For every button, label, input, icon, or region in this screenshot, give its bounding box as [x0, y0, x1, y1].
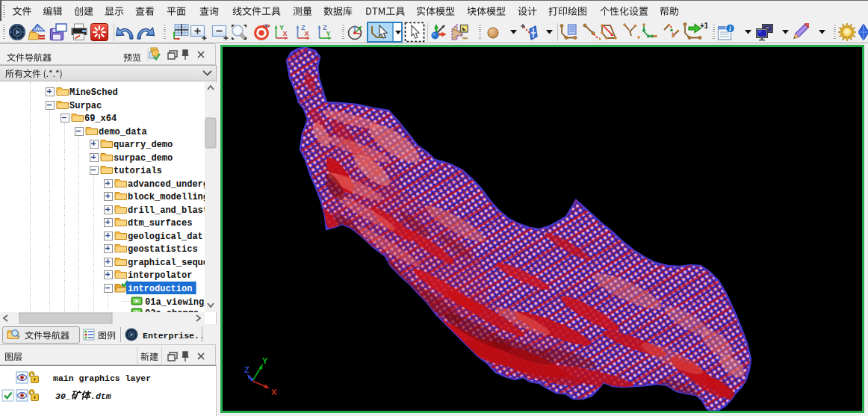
svg-text:Y: Y: [262, 356, 268, 365]
svg-text:main graphics layer: main graphics layer: [53, 373, 151, 383]
svg-text:30_: 30_: [55, 391, 71, 401]
svg-text:Surpac: Surpac: [69, 101, 102, 111]
svg-text:01a_viewing_: 01a_viewing_: [145, 297, 205, 308]
svg-text:Y: Y: [326, 30, 331, 37]
svg-text:69_x64: 69_x64: [84, 114, 117, 124]
svg-text:demo_data: demo_data: [99, 127, 147, 137]
svg-text:introduction: introduction: [128, 284, 192, 294]
svg-text:drill_and_blast: drill_and_blast: [128, 205, 205, 216]
svg-text:tutorials: tutorials: [114, 166, 162, 176]
svg-text:X: X: [283, 30, 288, 37]
svg-text:surpac_demo: surpac_demo: [114, 153, 173, 164]
svg-text:MineSched: MineSched: [69, 87, 118, 98]
svg-text:advanced_underg: advanced_underg: [128, 179, 205, 190]
svg-text:i: i: [729, 25, 731, 33]
svg-text:geological_dat: geological_dat: [128, 232, 203, 242]
svg-text:+1: +1: [700, 22, 707, 30]
svg-text:Z: Z: [244, 365, 249, 374]
svg-text:X: X: [305, 30, 309, 37]
svg-text:dtm_surfaces: dtm_surfaces: [128, 218, 192, 229]
svg-text:Enterprise..: Enterprise..: [143, 331, 205, 341]
svg-text:graphical_seque: graphical_seque: [128, 258, 205, 268]
svg-text:quarry_demo: quarry_demo: [114, 140, 173, 150]
svg-text:geostatistics: geostatistics: [128, 244, 198, 255]
svg-text:block_modelling: block_modelling: [128, 192, 205, 202]
svg-text:X: X: [271, 388, 277, 397]
svg-text:.dtm: .dtm: [90, 391, 111, 401]
svg-text:interpolator: interpolator: [128, 270, 192, 281]
